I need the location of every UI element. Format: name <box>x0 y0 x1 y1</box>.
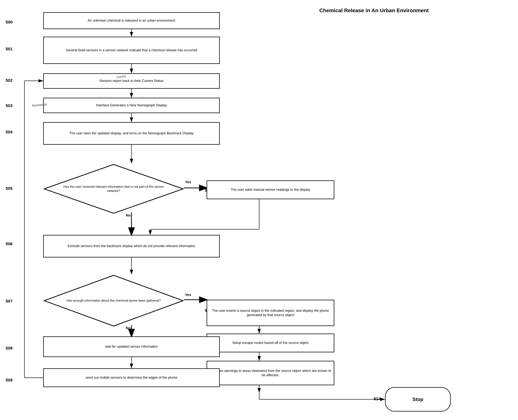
process-box-510: The user adds manual sensor readings to … <box>207 180 334 199</box>
process-box-513: Send out warnings to areas downwind from… <box>207 361 334 385</box>
step-label-505: 505 <box>6 186 13 191</box>
step-label-507: 507 <box>6 299 13 304</box>
process-box-502: Sensors report back to their Current Sta… <box>43 73 220 89</box>
diagram-container: Chemical Release in An Urban Environment <box>0 0 518 420</box>
yes-label-505: Yes <box>185 180 191 184</box>
step-label-504: 504 <box>6 130 13 135</box>
step-label-503: 503 <box>6 103 13 108</box>
step-label-500: 500 <box>6 20 13 25</box>
process-box-511: The user inserts a source object in the … <box>207 300 334 326</box>
no-label-505: No <box>126 213 131 218</box>
step-label-506: 506 <box>6 241 13 246</box>
step-label-509: 509 <box>6 378 13 382</box>
process-box-503: Interface Generates a New Nomograph Disp… <box>43 98 220 113</box>
process-box-509: send out mobile sensors to determine the… <box>43 368 220 387</box>
page-title: Chemical Release in An Urban Environment <box>319 8 429 14</box>
yes-label-507: Yes <box>185 293 191 297</box>
diamond-507: Has enough information about the chemica… <box>43 274 184 328</box>
step-label-514: 514 <box>374 397 381 401</box>
terminal-stop: Stop <box>385 387 451 412</box>
process-box-508: wait for updated sensor information <box>43 336 220 357</box>
step-label-501: 501 <box>6 47 13 52</box>
process-box-504: The user sees the updated display, and t… <box>43 122 220 145</box>
process-box-506: Exclude sensors from the backtrack displ… <box>43 235 220 257</box>
process-box-500: An unknown chemical is released in an ur… <box>43 12 220 29</box>
no-label-507: No <box>126 326 131 330</box>
diamond-505-text: Has the user recieved relevant informati… <box>58 175 169 203</box>
step-label-508: 508 <box>6 346 13 351</box>
step-label-502: 502 <box>6 78 13 83</box>
diamond-505: Has the user recieved relevant informati… <box>43 164 184 215</box>
process-box-501: Several fixed sensors in a sensor networ… <box>43 37 220 64</box>
diamond-507-text: Has enough information about the chemica… <box>58 287 169 315</box>
process-box-512: Setup escape routes based off of the sou… <box>207 334 334 352</box>
